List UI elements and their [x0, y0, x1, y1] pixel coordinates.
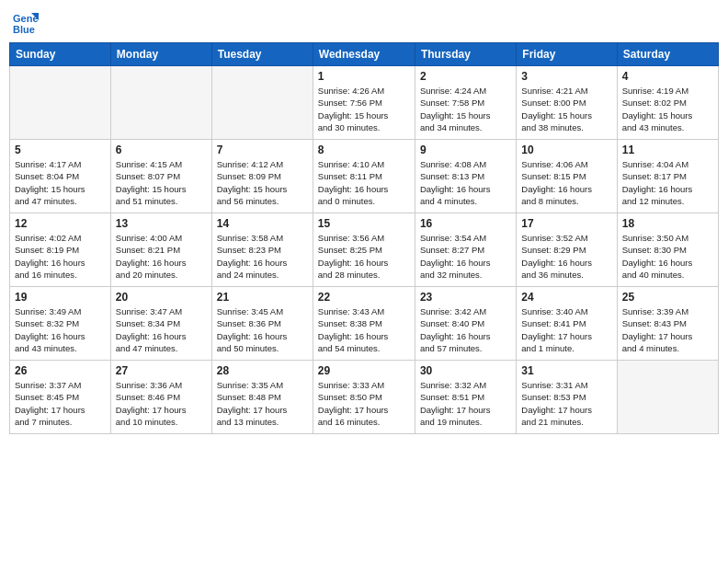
calendar-cell: 16Sunrise: 3:54 AM Sunset: 8:27 PM Dayli…	[415, 213, 516, 287]
day-number: 23	[420, 291, 511, 304]
calendar-cell: 29Sunrise: 3:33 AM Sunset: 8:50 PM Dayli…	[313, 361, 415, 434]
day-number: 25	[622, 291, 713, 304]
calendar-cell: 17Sunrise: 3:52 AM Sunset: 8:29 PM Dayli…	[517, 213, 617, 287]
day-number: 29	[318, 364, 410, 377]
calendar-cell: 4Sunrise: 4:19 AM Sunset: 8:02 PM Daylig…	[617, 66, 718, 140]
calendar-cell: 5Sunrise: 4:17 AM Sunset: 8:04 PM Daylig…	[10, 140, 111, 213]
day-number: 7	[217, 144, 308, 156]
day-number: 30	[420, 364, 511, 377]
calendar-cell: 24Sunrise: 3:40 AM Sunset: 8:41 PM Dayli…	[517, 287, 617, 361]
day-number: 24	[521, 291, 611, 304]
day-info: Sunrise: 3:39 AM Sunset: 8:43 PM Dayligh…	[622, 305, 713, 354]
calendar-cell	[211, 66, 313, 140]
day-number: 31	[521, 364, 611, 377]
day-number: 1	[318, 70, 410, 83]
day-info: Sunrise: 4:08 AM Sunset: 8:13 PM Dayligh…	[420, 158, 511, 207]
day-number: 18	[622, 217, 713, 230]
day-info: Sunrise: 3:40 AM Sunset: 8:41 PM Dayligh…	[521, 305, 611, 354]
calendar-cell: 2Sunrise: 4:24 AM Sunset: 7:58 PM Daylig…	[415, 66, 516, 140]
day-number: 9	[420, 144, 511, 156]
col-header-wednesday: Wednesday	[313, 43, 415, 66]
day-number: 11	[622, 144, 713, 156]
calendar-header-row: SundayMondayTuesdayWednesdayThursdayFrid…	[10, 43, 719, 66]
day-number: 21	[217, 291, 308, 304]
day-number: 19	[15, 291, 106, 304]
day-info: Sunrise: 3:35 AM Sunset: 8:48 PM Dayligh…	[217, 379, 308, 428]
week-row-5: 26Sunrise: 3:37 AM Sunset: 8:45 PM Dayli…	[10, 361, 719, 434]
day-info: Sunrise: 4:06 AM Sunset: 8:15 PM Dayligh…	[521, 158, 611, 207]
day-number: 12	[15, 217, 106, 230]
day-number: 5	[15, 144, 106, 156]
day-number: 16	[420, 217, 511, 230]
calendar-cell: 9Sunrise: 4:08 AM Sunset: 8:13 PM Daylig…	[415, 140, 516, 213]
day-info: Sunrise: 3:49 AM Sunset: 8:32 PM Dayligh…	[15, 305, 106, 354]
calendar-cell: 1Sunrise: 4:26 AM Sunset: 7:56 PM Daylig…	[313, 66, 415, 140]
day-number: 8	[318, 144, 410, 156]
day-info: Sunrise: 3:58 AM Sunset: 8:23 PM Dayligh…	[217, 232, 308, 281]
day-info: Sunrise: 4:00 AM Sunset: 8:21 PM Dayligh…	[116, 232, 207, 281]
calendar-table: SundayMondayTuesdayWednesdayThursdayFrid…	[9, 42, 719, 434]
day-info: Sunrise: 3:32 AM Sunset: 8:51 PM Dayligh…	[420, 379, 511, 428]
col-header-monday: Monday	[110, 43, 211, 66]
day-number: 4	[622, 70, 713, 83]
calendar-cell: 18Sunrise: 3:50 AM Sunset: 8:30 PM Dayli…	[617, 213, 718, 287]
calendar-cell	[617, 361, 718, 434]
calendar-cell	[10, 66, 111, 140]
day-info: Sunrise: 4:19 AM Sunset: 8:02 PM Dayligh…	[622, 85, 713, 133]
calendar-cell: 12Sunrise: 4:02 AM Sunset: 8:19 PM Dayli…	[10, 213, 111, 287]
calendar-cell	[110, 66, 211, 140]
page-header: General Blue	[9, 9, 719, 35]
day-info: Sunrise: 3:36 AM Sunset: 8:46 PM Dayligh…	[116, 379, 207, 428]
week-row-1: 1Sunrise: 4:26 AM Sunset: 7:56 PM Daylig…	[10, 66, 719, 140]
calendar-cell: 30Sunrise: 3:32 AM Sunset: 8:51 PM Dayli…	[415, 361, 516, 434]
day-info: Sunrise: 3:47 AM Sunset: 8:34 PM Dayligh…	[116, 305, 207, 354]
day-info: Sunrise: 4:21 AM Sunset: 8:00 PM Dayligh…	[521, 85, 611, 133]
day-info: Sunrise: 3:52 AM Sunset: 8:29 PM Dayligh…	[521, 232, 611, 281]
calendar-cell: 26Sunrise: 3:37 AM Sunset: 8:45 PM Dayli…	[10, 361, 111, 434]
logo: General Blue	[13, 9, 42, 35]
calendar-cell: 22Sunrise: 3:43 AM Sunset: 8:38 PM Dayli…	[313, 287, 415, 361]
day-info: Sunrise: 4:15 AM Sunset: 8:07 PM Dayligh…	[116, 158, 207, 207]
day-number: 15	[318, 217, 410, 230]
calendar-cell: 28Sunrise: 3:35 AM Sunset: 8:48 PM Dayli…	[211, 361, 313, 434]
day-info: Sunrise: 4:12 AM Sunset: 8:09 PM Dayligh…	[217, 158, 308, 207]
day-info: Sunrise: 3:56 AM Sunset: 8:25 PM Dayligh…	[318, 232, 410, 281]
logo-icon: General Blue	[13, 9, 39, 35]
calendar-cell: 27Sunrise: 3:36 AM Sunset: 8:46 PM Dayli…	[110, 361, 211, 434]
day-number: 17	[521, 217, 611, 230]
day-number: 27	[116, 364, 207, 377]
day-number: 10	[521, 144, 611, 156]
calendar-cell: 23Sunrise: 3:42 AM Sunset: 8:40 PM Dayli…	[415, 287, 516, 361]
calendar-cell: 3Sunrise: 4:21 AM Sunset: 8:00 PM Daylig…	[517, 66, 617, 140]
calendar-cell: 31Sunrise: 3:31 AM Sunset: 8:53 PM Dayli…	[517, 361, 617, 434]
day-info: Sunrise: 3:45 AM Sunset: 8:36 PM Dayligh…	[217, 305, 308, 354]
col-header-sunday: Sunday	[10, 43, 111, 66]
day-number: 2	[420, 70, 511, 83]
day-info: Sunrise: 3:42 AM Sunset: 8:40 PM Dayligh…	[420, 305, 511, 354]
day-number: 26	[15, 364, 106, 377]
calendar-cell: 7Sunrise: 4:12 AM Sunset: 8:09 PM Daylig…	[211, 140, 313, 213]
day-number: 20	[116, 291, 207, 304]
day-info: Sunrise: 3:54 AM Sunset: 8:27 PM Dayligh…	[420, 232, 511, 281]
week-row-4: 19Sunrise: 3:49 AM Sunset: 8:32 PM Dayli…	[10, 287, 719, 361]
day-number: 14	[217, 217, 308, 230]
day-info: Sunrise: 4:10 AM Sunset: 8:11 PM Dayligh…	[318, 158, 410, 207]
day-info: Sunrise: 4:17 AM Sunset: 8:04 PM Dayligh…	[15, 158, 106, 207]
col-header-thursday: Thursday	[415, 43, 516, 66]
day-info: Sunrise: 3:33 AM Sunset: 8:50 PM Dayligh…	[318, 379, 410, 428]
day-info: Sunrise: 4:04 AM Sunset: 8:17 PM Dayligh…	[622, 158, 713, 207]
col-header-tuesday: Tuesday	[211, 43, 313, 66]
col-header-friday: Friday	[517, 43, 617, 66]
calendar-cell: 10Sunrise: 4:06 AM Sunset: 8:15 PM Dayli…	[517, 140, 617, 213]
day-number: 3	[521, 70, 611, 83]
day-number: 6	[116, 144, 207, 156]
calendar-cell: 6Sunrise: 4:15 AM Sunset: 8:07 PM Daylig…	[110, 140, 211, 213]
calendar-cell: 21Sunrise: 3:45 AM Sunset: 8:36 PM Dayli…	[211, 287, 313, 361]
day-info: Sunrise: 4:02 AM Sunset: 8:19 PM Dayligh…	[15, 232, 106, 281]
calendar-cell: 20Sunrise: 3:47 AM Sunset: 8:34 PM Dayli…	[110, 287, 211, 361]
calendar-cell: 14Sunrise: 3:58 AM Sunset: 8:23 PM Dayli…	[211, 213, 313, 287]
calendar-cell: 8Sunrise: 4:10 AM Sunset: 8:11 PM Daylig…	[313, 140, 415, 213]
week-row-2: 5Sunrise: 4:17 AM Sunset: 8:04 PM Daylig…	[10, 140, 719, 213]
calendar-cell: 19Sunrise: 3:49 AM Sunset: 8:32 PM Dayli…	[10, 287, 111, 361]
day-info: Sunrise: 3:43 AM Sunset: 8:38 PM Dayligh…	[318, 305, 410, 354]
